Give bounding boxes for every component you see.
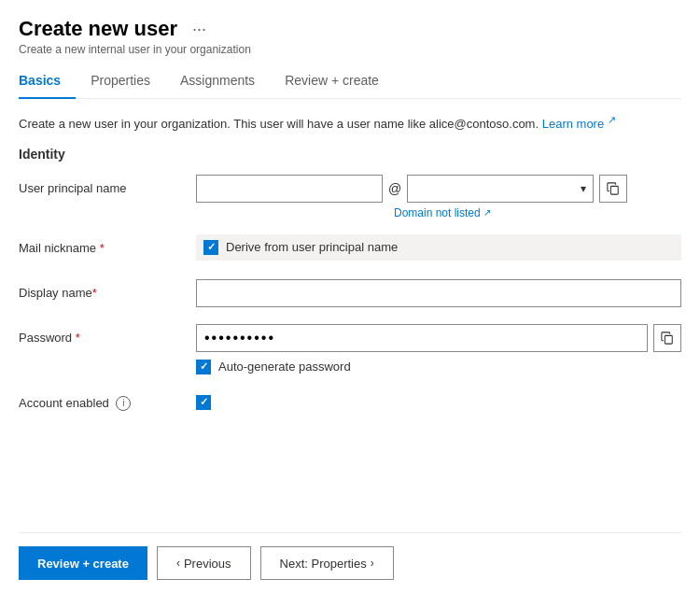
mail-nickname-control: Derive from user principal name [196, 234, 681, 261]
password-required-star: * [72, 331, 80, 345]
at-symbol: @ [388, 181, 401, 196]
copy-password-button[interactable] [653, 324, 681, 352]
mail-nickname-label: Mail nickname * [19, 234, 196, 257]
tab-basics[interactable]: Basics [19, 65, 76, 99]
derive-checkbox-label: Derive from user principal name [226, 240, 398, 254]
display-name-label: Display name* [19, 279, 196, 302]
password-input[interactable] [196, 324, 648, 352]
display-required-star: * [92, 286, 97, 300]
derive-checkbox[interactable] [203, 240, 218, 255]
next-properties-button[interactable]: Next: Properties › [260, 546, 394, 580]
more-options-button[interactable]: ··· [192, 20, 206, 39]
domain-select-wrapper: ▾ [407, 175, 594, 203]
password-control: Auto-generate password [196, 324, 681, 374]
chevron-left-icon: ‹ [176, 557, 180, 570]
password-row: Password * Auto-generate password [19, 324, 681, 374]
copy-password-icon [661, 332, 674, 345]
account-enabled-control [196, 389, 681, 410]
page-description: Create a new user in your organization. … [19, 112, 681, 134]
upn-label: User principal name [19, 175, 196, 197]
learn-more-link[interactable]: Learn more ↗ [542, 117, 616, 131]
tab-review-create[interactable]: Review + create [285, 65, 394, 99]
upn-control-wrapper: @ ▾ Domain not list [196, 175, 681, 219]
upn-row: User principal name @ ▾ [19, 175, 681, 219]
tab-properties[interactable]: Properties [91, 65, 165, 99]
display-name-control [196, 279, 681, 307]
page-title: Create new user [19, 17, 177, 41]
form-body: Identity User principal name @ ▾ [19, 147, 681, 532]
svg-rect-1 [665, 335, 672, 344]
page-footer: Review + create ‹ Previous Next: Propert… [19, 532, 681, 593]
account-enabled-label: Account enabled i [19, 389, 196, 412]
domain-select[interactable] [407, 175, 594, 203]
page-header: Create new user ··· Create a new interna… [19, 17, 681, 56]
display-name-row: Display name* [19, 279, 681, 309]
account-enabled-info-icon: i [116, 396, 131, 411]
auto-generate-label: Auto-generate password [218, 360, 351, 374]
upn-input[interactable] [196, 175, 383, 203]
account-enabled-checkbox[interactable] [196, 395, 211, 410]
mail-required-star: * [96, 241, 105, 255]
svg-rect-0 [611, 186, 619, 194]
copy-upn-button[interactable] [599, 175, 627, 203]
copy-icon [607, 182, 620, 195]
domain-not-listed-link[interactable]: Domain not listed ↗ [394, 206, 681, 219]
section-identity-title: Identity [19, 147, 681, 162]
password-label: Password * [19, 324, 196, 346]
page-subtitle: Create a new internal user in your organ… [19, 43, 251, 56]
account-enabled-row: Account enabled i [19, 389, 681, 419]
previous-button[interactable]: ‹ Previous [157, 546, 251, 580]
tab-bar: Basics Properties Assignments Review + c… [19, 65, 681, 99]
review-create-button[interactable]: Review + create [19, 546, 147, 580]
tab-assignments[interactable]: Assignments [180, 65, 270, 99]
display-name-input[interactable] [196, 279, 681, 307]
auto-generate-checkbox[interactable] [196, 360, 211, 374]
mail-nickname-row: Mail nickname * Derive from user princip… [19, 234, 681, 264]
chevron-right-icon: › [371, 557, 374, 570]
